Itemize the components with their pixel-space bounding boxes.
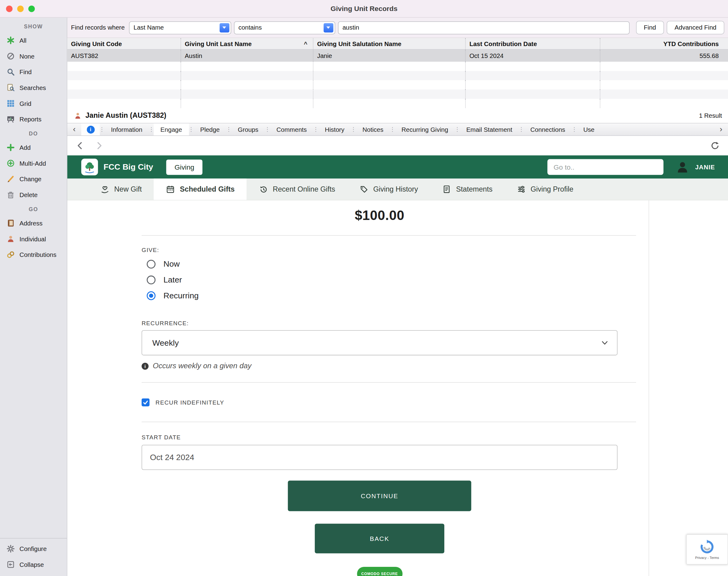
saved-search-icon (6, 84, 15, 92)
nav-recent-online-gifts[interactable]: Recent Online Gifts (247, 178, 347, 200)
hand-heart-icon (100, 184, 109, 194)
tab-separator-icon (100, 123, 104, 136)
info-icon (142, 363, 149, 370)
sidebar-item-searches[interactable]: Searches (0, 80, 67, 96)
sidebar: SHOW All None Find Searches Grid Reports… (0, 18, 67, 576)
sidebar-item-none[interactable]: None (0, 48, 67, 64)
close-window-button[interactable] (6, 5, 12, 11)
sidebar-item-change[interactable]: Change (0, 171, 67, 187)
tab-history[interactable]: History (318, 123, 351, 136)
field-select-value: Last Name (133, 24, 164, 31)
minimize-window-button[interactable] (17, 5, 24, 11)
tab-use[interactable]: Use (576, 123, 601, 136)
search-input[interactable] (338, 21, 629, 34)
table-header-row: Giving Unit Code Giving Unit Last Name ^… (67, 38, 728, 50)
divider (142, 422, 636, 422)
cell-giving-unit-salutation-name: Janie (313, 50, 466, 62)
tab-separator-icon (265, 123, 270, 136)
record-tabbar: Information Engage Pledge Groups Comment… (67, 123, 728, 136)
radio-option-recurring[interactable]: Recurring (146, 288, 617, 304)
back-icon[interactable] (76, 141, 85, 150)
tabs-scroll-left-icon[interactable] (67, 123, 81, 136)
sidebar-item-contributions[interactable]: Contributions (0, 247, 67, 263)
sidebar-item-address[interactable]: Address (0, 215, 67, 231)
radio-label: Now (163, 259, 180, 269)
nav-new-gift[interactable]: New Gift (88, 178, 154, 200)
window-title: Giving Unit Records (330, 5, 397, 12)
column-header-giving-unit-salutation-name[interactable]: Giving Unit Salutation Name (313, 38, 466, 49)
radio-option-later[interactable]: Later (146, 272, 617, 288)
advanced-find-button[interactable]: Advanced Find (667, 21, 724, 34)
field-select[interactable]: Last Name (129, 21, 231, 34)
goto-search-input[interactable] (547, 159, 664, 175)
sidebar-item-find[interactable]: Find (0, 64, 67, 80)
recaptcha-badge[interactable]: Privacy - Terms (686, 535, 728, 565)
table-row-selected[interactable]: AUST382 Austin Janie Oct 15 2024 555.68 (67, 50, 728, 62)
back-button[interactable]: BACK (315, 524, 444, 553)
giving-app-button[interactable]: Giving (166, 159, 203, 174)
recur-indefinitely-checkbox-row[interactable]: RECUR INDEFINITELY (142, 398, 617, 406)
recurrence-select[interactable]: Weekly (142, 330, 617, 355)
column-header-last-contribution-date[interactable]: Last Contribution Date (466, 38, 600, 49)
recurrence-value: Weekly (152, 338, 179, 348)
radio-label: Later (163, 275, 182, 285)
sidebar-item-individual[interactable]: Individual (0, 231, 67, 247)
nav-giving-history[interactable]: Giving History (347, 178, 430, 200)
tab-pledge[interactable]: Pledge (193, 123, 227, 136)
radio-icon (146, 275, 156, 284)
table-row-empty (67, 80, 728, 89)
sidebar-item-label: All (20, 37, 27, 44)
column-header-giving-unit-last-name[interactable]: Giving Unit Last Name ^ (181, 38, 313, 49)
tab-engage[interactable]: Engage (154, 123, 189, 136)
cell-giving-unit-code: AUST382 (67, 50, 181, 62)
sidebar-item-label: None (20, 53, 34, 60)
sidebar-item-multi-add[interactable]: Multi-Add (0, 155, 67, 171)
tab-comments[interactable]: Comments (269, 123, 314, 136)
sidebar-item-collapse[interactable]: Collapse (0, 556, 67, 572)
sidebar-item-grid[interactable]: Grid (0, 95, 67, 111)
calendar-icon (166, 184, 175, 194)
find-button[interactable]: Find (636, 21, 664, 34)
refresh-icon[interactable] (710, 141, 720, 150)
radio-label: Recurring (163, 291, 198, 300)
tab-connections[interactable]: Connections (523, 123, 572, 136)
find-where-label: Find records where (71, 24, 125, 31)
pencil-icon (6, 175, 15, 183)
tab-separator-icon (351, 123, 355, 136)
sidebar-item-reports[interactable]: Reports (0, 111, 67, 127)
start-date-input[interactable]: Oct 24 2024 (142, 445, 617, 470)
column-header-giving-unit-code[interactable]: Giving Unit Code (67, 38, 181, 49)
tabs-scroll-right-icon[interactable] (714, 123, 728, 136)
recurrence-label: RECURRENCE: (142, 320, 617, 326)
user-avatar-icon[interactable] (676, 160, 690, 174)
divider (142, 382, 636, 383)
cell-last-contribution-date: Oct 15 2024 (466, 50, 600, 62)
tab-information[interactable]: Information (104, 123, 149, 136)
sidebar-item-all[interactable]: All (0, 32, 67, 48)
trash-icon (6, 191, 15, 199)
nav-scheduled-gifts[interactable]: Scheduled Gifts (154, 178, 247, 200)
asterisk-icon (6, 36, 15, 45)
tab-notices[interactable]: Notices (355, 123, 390, 136)
nav-label: Giving History (373, 185, 418, 194)
sidebar-item-label: Add (20, 144, 31, 151)
forward-icon[interactable] (95, 141, 104, 150)
sidebar-item-delete[interactable]: Delete (0, 187, 67, 203)
record-title: Janie Austin (AUST382) (85, 111, 166, 120)
nav-statements[interactable]: Statements (430, 178, 505, 200)
tab-recurring-giving[interactable]: Recurring Giving (395, 123, 455, 136)
column-header-ytd-contributions[interactable]: YTD Contributions (600, 38, 728, 49)
operator-select[interactable]: contains (234, 21, 335, 34)
sidebar-item-add[interactable]: Add (0, 140, 67, 155)
magnifier-icon (6, 68, 15, 76)
sidebar-item-label: Contributions (20, 251, 56, 258)
tab-email-statement[interactable]: Email Statement (459, 123, 519, 136)
radio-option-now[interactable]: Now (146, 256, 617, 272)
sidebar-item-configure[interactable]: Configure (0, 541, 67, 557)
zoom-window-button[interactable] (28, 5, 35, 11)
nav-giving-profile[interactable]: Giving Profile (505, 178, 585, 200)
tab-groups[interactable]: Groups (231, 123, 265, 136)
continue-button[interactable]: CONTINUE (288, 481, 471, 511)
tab-info-icon[interactable] (81, 123, 100, 136)
sidebar-item-label: Delete (20, 191, 37, 198)
